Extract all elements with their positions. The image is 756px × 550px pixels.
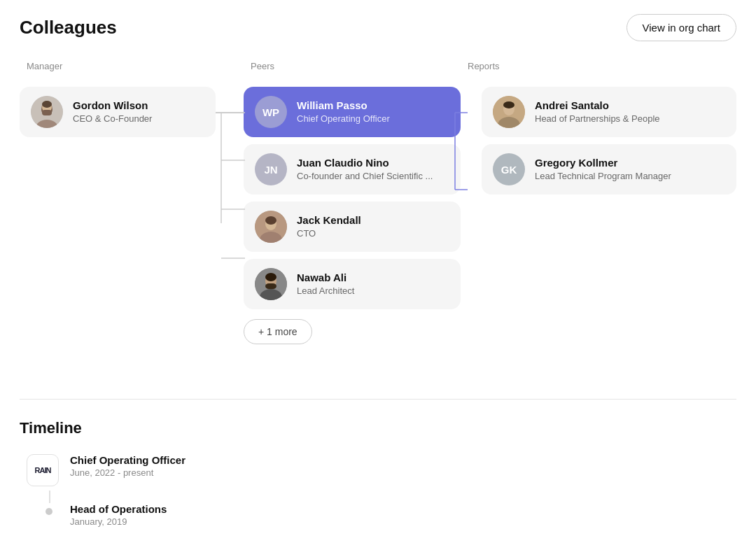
more-peers-button[interactable]: + 1 more [244, 319, 312, 344]
timeline-dot [46, 508, 52, 515]
peer-card-nawab[interactable]: Nawab Ali Lead Architect [244, 259, 461, 309]
manager-name: Gordon Wilson [73, 99, 152, 113]
timeline-item: Head of Operations January, 2019 [27, 503, 736, 544]
timeline-info: Head of Operations January, 2019 [70, 503, 736, 527]
avatar-initials: GK [501, 164, 517, 176]
manager-role: CEO & Co-Founder [73, 113, 152, 125]
svg-point-29 [503, 101, 514, 108]
manager-card[interactable]: Gordon Wilson CEO & Co-Founder [20, 87, 216, 137]
peer-card-william[interactable]: WP William Passo Chief Operating Officer [244, 87, 461, 137]
peer-role: Co-founder and Chief Scientific ... [297, 171, 433, 183]
avatar-initials: WP [262, 106, 279, 118]
svg-point-21 [265, 273, 276, 281]
avatar [493, 96, 525, 128]
peer-name: Jack Kendall [297, 213, 361, 227]
avatar-initials: JN [264, 164, 277, 176]
peer-card-jack[interactable]: Jack Kendall CTO [244, 202, 461, 252]
svg-point-6 [42, 101, 52, 108]
manager-column-label: Manager [27, 61, 251, 71]
report-role: Lead Technical Program Manager [535, 171, 671, 183]
report-info: Gregory Kollmer Lead Technical Program M… [535, 156, 671, 183]
report-role: Head of Partnerships & People [535, 113, 660, 125]
timeline-section: Timeline RAIN Chief Operating Officer Ju… [20, 419, 736, 544]
timeline-role: Chief Operating Officer [70, 454, 736, 466]
reports-column: Andrei Santalo Head of Partnerships & Pe… [461, 80, 736, 195]
colleagues-header: Colleagues View in org chart [20, 14, 736, 41]
peer-info: Nawab Ali Lead Architect [297, 271, 354, 297]
org-chart: Gordon Wilson CEO & Co-Founder WP Willia… [20, 80, 736, 374]
avatar: GK [493, 153, 525, 185]
peer-role: CTO [297, 228, 361, 240]
peer-role: Lead Architect [297, 285, 354, 297]
peer-info: Juan Claudio Nino Co-founder and Chief S… [297, 156, 433, 183]
avatar [31, 96, 63, 128]
page-title: Colleagues [20, 17, 117, 38]
timeline-role: Head of Operations [70, 503, 736, 515]
report-info: Andrei Santalo Head of Partnerships & Pe… [535, 99, 660, 125]
reports-column-label: Reports [468, 61, 736, 71]
report-card-andrei[interactable]: Andrei Santalo Head of Partnerships & Pe… [482, 87, 736, 137]
avatar: JN [255, 153, 287, 185]
report-name: Andrei Santalo [535, 99, 660, 113]
avatar: WP [255, 96, 287, 128]
report-name: Gregory Kollmer [535, 156, 671, 170]
peer-name: Juan Claudio Nino [297, 156, 433, 170]
timeline: RAIN Chief Operating Officer June, 2022 … [20, 454, 736, 544]
peers-column: WP William Passo Chief Operating Officer… [244, 80, 461, 344]
manager-column: Gordon Wilson CEO & Co-Founder [20, 80, 244, 137]
avatar [255, 268, 287, 300]
timeline-info: Chief Operating Officer June, 2022 - pre… [70, 454, 736, 478]
peer-name: William Passo [297, 99, 390, 113]
logo-text: RAIN [35, 466, 51, 474]
peers-column-label: Peers [251, 61, 468, 71]
column-labels: Manager Peers Reports [20, 61, 736, 71]
peer-info: William Passo Chief Operating Officer [297, 99, 390, 125]
timeline-date: June, 2022 - present [70, 467, 736, 478]
report-card-gregory[interactable]: GK Gregory Kollmer Lead Technical Progra… [482, 144, 736, 195]
peer-name: Nawab Ali [297, 271, 354, 285]
timeline-title: Timeline [20, 419, 736, 437]
peer-info: Jack Kendall CTO [297, 213, 361, 240]
svg-rect-22 [265, 283, 276, 289]
manager-info: Gordon Wilson CEO & Co-Founder [73, 99, 152, 125]
svg-point-17 [265, 216, 276, 225]
view-org-chart-button[interactable]: View in org chart [626, 14, 736, 41]
peer-role: Chief Operating Officer [297, 113, 390, 125]
company-logo: RAIN [27, 454, 59, 486]
svg-rect-7 [42, 110, 52, 115]
timeline-item: RAIN Chief Operating Officer June, 2022 … [27, 454, 736, 503]
section-divider [20, 399, 736, 400]
peer-card-juan[interactable]: JN Juan Claudio Nino Co-founder and Chie… [244, 144, 461, 195]
avatar [255, 211, 287, 243]
timeline-date: January, 2019 [70, 516, 736, 527]
